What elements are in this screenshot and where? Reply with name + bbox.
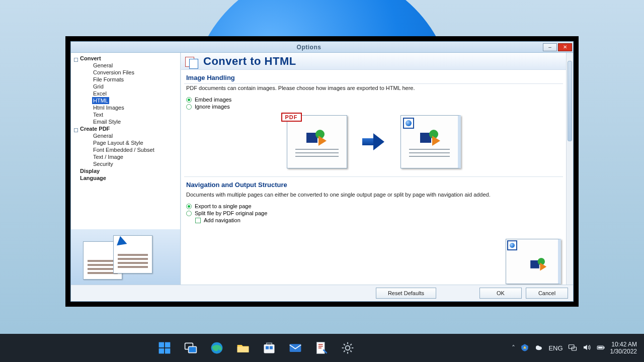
store-icon[interactable] bbox=[259, 338, 279, 358]
svg-rect-7 bbox=[237, 346, 249, 352]
image-handling-options: Embed images Ignore images bbox=[181, 94, 566, 111]
file-explorer-icon[interactable] bbox=[233, 338, 253, 358]
arrow-right-icon bbox=[362, 133, 385, 150]
weather-icon[interactable] bbox=[534, 343, 543, 353]
ok-button[interactable]: OK bbox=[479, 288, 522, 299]
globe-icon bbox=[403, 118, 414, 129]
tree-item-display[interactable]: Display bbox=[79, 167, 101, 174]
option-label: Embed images bbox=[195, 97, 231, 103]
tree-item[interactable]: Conversion Files bbox=[92, 69, 135, 76]
monitor-bezel: Options – ✕ Convert General Conversion F… bbox=[65, 36, 579, 307]
svg-rect-11 bbox=[289, 344, 301, 352]
svg-rect-1 bbox=[165, 342, 171, 348]
radio-icon bbox=[186, 204, 192, 209]
section-title: Navigation and Output Structure bbox=[181, 177, 566, 191]
app-icon[interactable] bbox=[311, 338, 332, 358]
window-title: Options bbox=[75, 44, 543, 51]
radio-icon bbox=[186, 97, 192, 103]
svg-point-13 bbox=[345, 346, 350, 350]
conversion-diagram: PDF bbox=[181, 111, 566, 176]
start-button[interactable] bbox=[154, 338, 175, 358]
tray-overflow-button[interactable]: ˄ bbox=[512, 344, 515, 352]
svg-point-15 bbox=[536, 345, 540, 349]
tree-group-create-pdf[interactable]: Create PDF bbox=[79, 125, 111, 132]
tree-item-language[interactable]: Language bbox=[79, 174, 107, 182]
checkbox-icon bbox=[195, 218, 201, 223]
convert-icon bbox=[185, 56, 198, 67]
tree-item[interactable]: Security bbox=[92, 160, 114, 167]
option-single-page[interactable]: Export to a single page bbox=[186, 203, 561, 210]
option-ignore-images[interactable]: Ignore images bbox=[186, 103, 561, 110]
pdf-badge-icon: PDF bbox=[281, 113, 302, 122]
output-structure-options: Export to a single page Split file by PD… bbox=[181, 201, 566, 225]
taskbar: ˄ ENG 10:42 AM 1/30/2022 bbox=[0, 334, 644, 362]
tree-group-convert[interactable]: Convert bbox=[79, 55, 102, 62]
clock[interactable]: 10:42 AM 1/30/2022 bbox=[610, 341, 637, 355]
minimize-button[interactable]: – bbox=[543, 43, 557, 51]
dialog-buttons: Reset Defaults OK Cancel bbox=[71, 285, 573, 301]
titlebar: Options – ✕ bbox=[71, 42, 573, 53]
radio-icon bbox=[186, 104, 192, 110]
option-label: Split file by PDF original page bbox=[195, 210, 267, 216]
svg-rect-16 bbox=[569, 344, 574, 348]
tree-item[interactable]: Grid bbox=[92, 83, 105, 90]
svg-rect-0 bbox=[158, 342, 164, 348]
options-dialog: Options – ✕ Convert General Conversion F… bbox=[70, 41, 574, 302]
reset-defaults-button[interactable]: Reset Defaults bbox=[376, 288, 436, 299]
volume-icon[interactable] bbox=[582, 343, 591, 353]
option-label: Export to a single page bbox=[195, 203, 252, 209]
svg-rect-3 bbox=[165, 348, 171, 354]
tree-item[interactable]: General bbox=[92, 62, 114, 69]
tree-item[interactable]: Text bbox=[92, 111, 104, 118]
svg-rect-5 bbox=[188, 346, 196, 352]
display-project-icon[interactable] bbox=[568, 343, 577, 353]
svg-rect-19 bbox=[604, 346, 605, 348]
svg-rect-10 bbox=[270, 346, 273, 349]
tree-item[interactable]: Html Images bbox=[92, 104, 125, 111]
section-title: Image Handling bbox=[181, 70, 566, 83]
svg-rect-2 bbox=[158, 348, 164, 354]
page-banner: Convert to HTML bbox=[181, 53, 566, 70]
option-embed-images[interactable]: Embed images bbox=[186, 96, 561, 103]
globe-icon bbox=[507, 240, 517, 250]
option-add-navigation[interactable]: Add navigation bbox=[186, 217, 561, 224]
option-label: Add navigation bbox=[204, 217, 240, 223]
dialog-client: Convert General Conversion Files File Fo… bbox=[71, 53, 573, 285]
cancel-button[interactable]: Cancel bbox=[526, 288, 568, 299]
taskbar-center bbox=[0, 338, 512, 358]
clock-time: 10:42 AM bbox=[610, 341, 637, 348]
scrollbar-thumb[interactable] bbox=[568, 61, 572, 141]
svg-rect-9 bbox=[266, 346, 269, 349]
svg-rect-20 bbox=[598, 346, 602, 348]
settings-tree[interactable]: Convert General Conversion Files File Fo… bbox=[71, 53, 180, 229]
radio-icon bbox=[186, 211, 192, 216]
tree-item[interactable]: Page Layout & Style bbox=[92, 139, 144, 146]
vertical-scrollbar[interactable] bbox=[566, 53, 573, 285]
security-warning-icon[interactable] bbox=[520, 343, 529, 353]
option-split-pages[interactable]: Split file by PDF original page bbox=[186, 210, 561, 217]
section-desc: Documents with multiple pages can either… bbox=[181, 191, 566, 201]
tree-item[interactable]: File Formats bbox=[92, 76, 125, 83]
section-desc: PDF documents can contain images. Please… bbox=[181, 84, 566, 94]
tree-item[interactable]: Excel bbox=[92, 90, 108, 97]
edge-browser-icon[interactable] bbox=[207, 338, 227, 358]
settings-icon[interactable] bbox=[338, 338, 358, 358]
tree-item[interactable]: Text / Image bbox=[92, 153, 124, 160]
battery-icon[interactable] bbox=[596, 343, 605, 353]
tree-item[interactable]: General bbox=[92, 132, 114, 139]
system-tray: ˄ ENG 10:42 AM 1/30/2022 bbox=[512, 341, 644, 355]
html-doc-icon bbox=[506, 239, 561, 284]
task-view-button[interactable] bbox=[181, 338, 201, 358]
clock-date: 1/30/2022 bbox=[610, 348, 637, 355]
nav-preview bbox=[71, 229, 180, 285]
option-label: Ignore images bbox=[195, 104, 230, 110]
pdf-doc-icon: PDF bbox=[287, 115, 347, 168]
tree-item[interactable]: Email Style bbox=[92, 118, 122, 125]
tree-item-html[interactable]: HTML bbox=[92, 97, 109, 104]
language-indicator[interactable]: ENG bbox=[548, 344, 562, 352]
tree-item[interactable]: Font Embedded / Subset bbox=[92, 146, 155, 153]
html-doc-icon bbox=[400, 115, 461, 168]
mail-icon[interactable] bbox=[285, 338, 305, 358]
svg-rect-8 bbox=[264, 344, 274, 353]
close-button[interactable]: ✕ bbox=[558, 43, 572, 51]
